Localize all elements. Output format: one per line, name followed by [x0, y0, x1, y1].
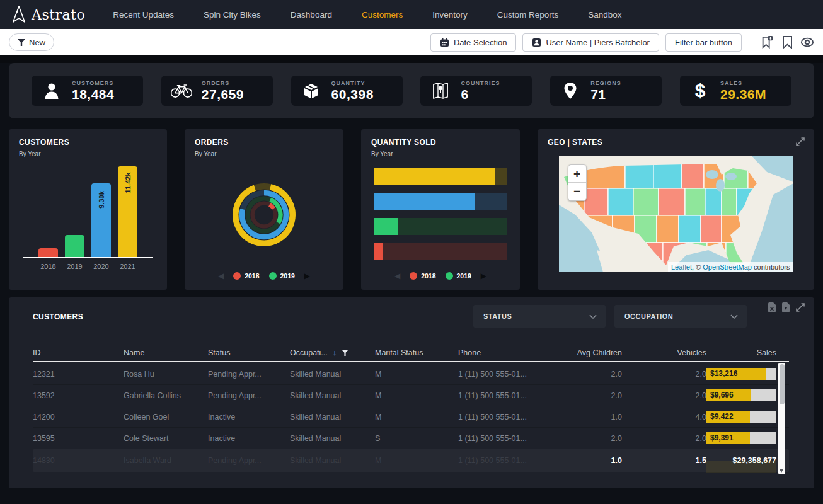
bar-2018[interactable] — [38, 248, 58, 257]
legend-label: 2019 — [457, 272, 471, 280]
sales-value: $9,422 — [706, 411, 776, 423]
quantity-chart-card: QUANTITY SOLD By Year ◀ 2018 2019 ▶ — [361, 129, 520, 290]
column-header-occupation[interactable]: Occupati... ↓ — [290, 348, 375, 357]
column-filter-icon[interactable] — [342, 350, 348, 356]
legend-item-2018[interactable]: 2018 — [233, 272, 259, 280]
legend-item-2018[interactable]: 2018 — [410, 272, 435, 280]
zoom-out-button[interactable]: − — [568, 183, 586, 200]
cell-id: 14200 — [33, 413, 124, 421]
sales-data-bar: $9,391 — [706, 432, 776, 444]
occupation-header-label: Occupati... — [290, 348, 328, 357]
legend-prev-icon[interactable]: ◀ — [218, 272, 224, 280]
toolbar-divider — [751, 35, 751, 50]
chart-subtitle: By Year — [195, 151, 333, 158]
nav-item-customers[interactable]: Customers — [362, 10, 403, 20]
eye-icon[interactable] — [800, 35, 814, 49]
column-header-id[interactable]: ID — [33, 348, 124, 357]
legend-label: 2018 — [421, 272, 435, 280]
donut-chart[interactable] — [195, 158, 333, 272]
table-row[interactable]: 14200 Colleen Goel Inactive Skilled Manu… — [33, 406, 789, 428]
x-tick: 2021 — [118, 263, 137, 270]
scrollbar-thumb[interactable] — [780, 364, 785, 404]
export-data-icon[interactable] — [781, 302, 790, 312]
sales-data-bar: $9,422 — [706, 411, 776, 423]
kpi-customers: CUSTOMERS 18,484 — [32, 76, 143, 106]
cell-status: Inactive — [208, 413, 290, 421]
legend-prev-icon[interactable]: ◀ — [394, 272, 400, 280]
bar-2021[interactable]: 11.42k — [118, 166, 137, 257]
user-name-button[interactable]: User Name | Piers Batchelor — [522, 33, 659, 52]
nav-item-spin-city-bikes[interactable]: Spin City Bikes — [204, 10, 261, 20]
calendar-icon — [440, 38, 449, 47]
table-row[interactable]: 12321 Rosa Hu Pending Appr... Skilled Ma… — [33, 364, 789, 385]
bookmark-icon[interactable] — [780, 35, 794, 49]
sales-data-bar: $13,216 — [706, 368, 776, 380]
package-icon — [300, 82, 323, 100]
cell-vehicles: 4.0 — [622, 413, 706, 421]
nav-item-inventory[interactable]: Inventory — [432, 10, 468, 20]
total-avg-children: 1.0 — [540, 456, 622, 465]
astrato-logo[interactable]: Astrato — [11, 5, 85, 24]
cell-phone: 1 (11) 500 555-01... — [458, 370, 540, 379]
expand-icon[interactable] — [795, 302, 805, 312]
scrollbar-down-arrow[interactable] — [780, 469, 783, 472]
chart-title: CUSTOMERS — [19, 138, 157, 147]
table-body: 12321 Rosa Hu Pending Appr... Skilled Ma… — [33, 364, 789, 449]
dropdown-label: STATUS — [483, 312, 512, 320]
leaflet-link[interactable]: Leaflet — [671, 263, 692, 271]
attribution-text: contributors — [752, 263, 790, 271]
legend-label: 2018 — [245, 272, 259, 280]
hbar-2021[interactable] — [374, 168, 507, 185]
kpi-label: ORDERS — [202, 80, 244, 86]
table-title: CUSTOMERS — [33, 312, 83, 321]
bookmark-add-icon[interactable] — [760, 35, 774, 49]
bar-2020[interactable]: 9.30k — [91, 183, 111, 257]
hbar-2020[interactable] — [374, 193, 507, 210]
legend-item-2019[interactable]: 2019 — [446, 272, 471, 280]
legend-next-icon[interactable]: ▶ — [481, 272, 486, 280]
nav-item-sandbox[interactable]: Sandbox — [588, 10, 621, 20]
export-excel-icon[interactable] — [768, 302, 776, 312]
column-header-phone[interactable]: Phone — [458, 348, 540, 357]
legend-next-icon[interactable]: ▶ — [304, 272, 310, 280]
kpi-orders: ORDERS 27,659 — [161, 76, 273, 106]
cell-marital: M — [375, 370, 458, 379]
leaflet-map[interactable]: + − Leaflet, © OpenStreetMap contributor… — [559, 156, 793, 272]
filter-bar-button[interactable]: Filter bar button — [665, 33, 742, 52]
bar-2019[interactable] — [65, 235, 84, 257]
hbar-2019[interactable] — [374, 218, 507, 235]
cell-avg-children: 1.0 — [540, 413, 622, 421]
legend-label: 2019 — [280, 272, 295, 280]
occupation-filter-dropdown[interactable]: OCCUPATION — [614, 305, 747, 328]
legend-dot-2019 — [446, 272, 453, 280]
new-filter-button[interactable]: New — [9, 33, 54, 51]
hbar-chart — [371, 168, 510, 268]
sales-value: $13,216 — [706, 368, 776, 380]
table-row[interactable]: 13595 Cole Stewart Inactive Skilled Manu… — [33, 428, 789, 449]
table-row[interactable]: 13592 Gabriella Collins Pending Appr... … — [33, 385, 789, 406]
astrato-logo-icon — [11, 5, 26, 24]
column-header-sales[interactable]: Sales — [706, 348, 789, 357]
nav-item-dashboard[interactable]: Dashboard — [291, 10, 332, 20]
osm-link[interactable]: OpenStreetMap — [703, 263, 752, 271]
sales-data-bar: $9,696 — [706, 389, 776, 401]
table-scrollbar[interactable] — [778, 363, 785, 474]
status-filter-dropdown[interactable]: STATUS — [473, 305, 606, 328]
column-header-avg-children[interactable]: Avg Children — [540, 348, 622, 357]
funnel-icon — [18, 39, 25, 46]
bar-value-label: 9.30k — [98, 192, 105, 209]
zoom-in-button[interactable]: + — [568, 165, 586, 183]
nav-item-custom-reports[interactable]: Custom Reports — [497, 10, 559, 20]
column-header-status[interactable]: Status — [208, 348, 290, 357]
hbar-2018[interactable] — [374, 243, 507, 260]
cell-name: Rosa Hu — [124, 370, 208, 379]
nav-item-recent-updates[interactable]: Recent Updates — [113, 10, 174, 20]
legend-item-2019[interactable]: 2019 — [269, 272, 295, 280]
column-header-marital-status[interactable]: Marital Status — [375, 348, 458, 357]
date-selection-button[interactable]: Date Selection — [430, 33, 517, 52]
column-header-name[interactable]: Name — [124, 348, 208, 357]
cell-sales: $9,422 — [706, 411, 789, 423]
expand-icon[interactable] — [795, 137, 805, 147]
cell-status: Inactive — [208, 434, 290, 443]
column-header-vehicles[interactable]: Vehicles — [622, 348, 706, 357]
